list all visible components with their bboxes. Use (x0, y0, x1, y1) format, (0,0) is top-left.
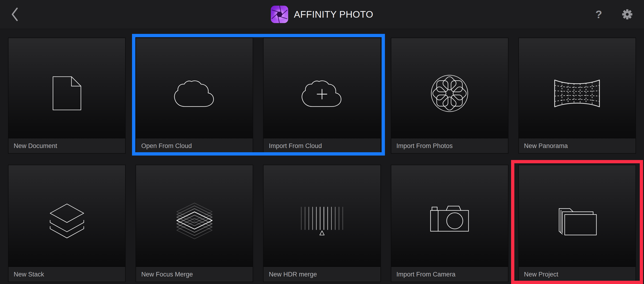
tile-new-stack[interactable]: New Stack (8, 165, 126, 282)
panorama-grid-icon (519, 38, 636, 139)
tile-new-hdr-merge[interactable]: New HDR merge (263, 165, 381, 282)
tile-new-document[interactable]: New Document (8, 38, 126, 154)
page-title: AFFINITY PHOTO (294, 9, 374, 20)
layer-stack-icon (8, 165, 125, 267)
new-document-icon (8, 38, 125, 139)
cloud-plus-icon (264, 38, 380, 139)
project-folders-icon (519, 165, 636, 267)
tile-label: New Project (519, 267, 636, 282)
tile-new-project[interactable]: New Project (518, 165, 636, 282)
tile-label: Import From Photos (391, 139, 508, 153)
document-tile-grid: New Document Open From Cloud Import From… (0, 29, 644, 282)
affinity-photo-start-screen: { "app": { "title": "AFFINITY PHOTO" }, … (0, 0, 644, 284)
chevron-left-icon (10, 7, 18, 22)
topbar-actions: ? (596, 0, 633, 29)
gear-icon[interactable] (622, 9, 633, 20)
help-button[interactable]: ? (596, 9, 602, 20)
topbar: AFFINITY PHOTO ? (0, 0, 644, 29)
tile-import-from-photos[interactable]: Import From Photos (391, 38, 508, 154)
tile-new-panorama[interactable]: New Panorama (518, 38, 636, 154)
tile-label: New Focus Merge (136, 267, 253, 282)
cloud-icon (136, 38, 253, 139)
tile-import-from-camera[interactable]: Import From Camera (391, 165, 508, 282)
photos-flower-icon (391, 38, 508, 139)
tile-new-focus-merge[interactable]: New Focus Merge (136, 165, 253, 282)
tile-open-from-cloud[interactable]: Open From Cloud (136, 38, 253, 154)
camera-icon (391, 165, 508, 267)
app-title-group: AFFINITY PHOTO (271, 6, 374, 23)
affinity-photo-logo-icon (271, 6, 288, 23)
tile-label: New Stack (8, 267, 125, 282)
tile-label: New HDR merge (264, 267, 380, 282)
tile-label: Import From Cloud (264, 139, 380, 153)
back-button[interactable] (10, 7, 19, 22)
tile-import-from-cloud[interactable]: Import From Cloud (263, 38, 381, 154)
tile-label: New Document (8, 139, 125, 153)
tile-label: New Panorama (519, 139, 636, 153)
hdr-lines-icon (264, 165, 380, 267)
tile-label: Import From Camera (391, 267, 508, 282)
tile-label: Open From Cloud (136, 139, 253, 153)
focus-layers-icon (136, 165, 253, 267)
